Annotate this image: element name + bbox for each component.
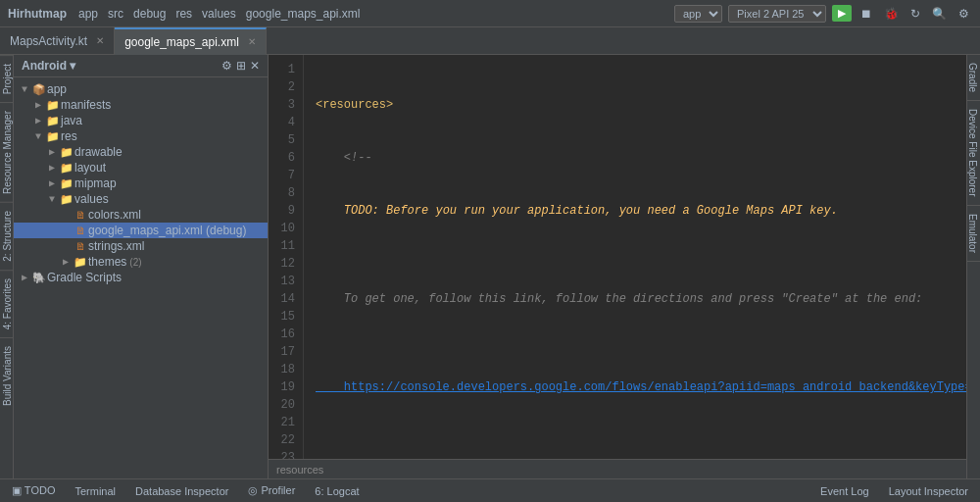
tree-arrow-values: ▼ [45,194,59,205]
folder-icon-values: 📁 [59,193,74,206]
tab-google-maps-api-close[interactable]: ✕ [248,36,256,47]
panel-tab-build-variants[interactable]: Build Variants [0,337,13,414]
menu-debug[interactable]: debug [133,7,166,21]
tree-label-strings-xml: strings.xml [88,239,144,253]
tree-label-values: values [74,192,109,206]
tree-item-manifests[interactable]: ▶ 📁 manifests [14,97,268,113]
tree-label-layout: layout [74,161,106,175]
line-num-21: 21 [276,414,295,431]
tree-item-google-maps-api-xml[interactable]: 🗎 google_maps_api.xml (debug) [14,223,268,238]
tree-item-strings-xml[interactable]: 🗎 strings.xml [14,238,268,254]
tree-arrow-themes: ▶ [59,256,73,268]
panel-tab-structure[interactable]: 2: Structure [0,202,13,270]
debug-button[interactable]: 🐞 [881,5,902,23]
panel-tab-emulator[interactable]: Emulator [967,206,980,262]
sidebar-header: Android ▾ ⚙ ⊞ ✕ [14,55,268,77]
tree-item-mipmap[interactable]: ▶ 📁 mipmap [14,176,268,191]
line-num-18: 18 [276,361,295,378]
panel-tab-gradle[interactable]: Gradle [967,55,980,101]
bottom-tab-todo[interactable]: ▣ TODO [8,484,59,497]
line-num-9: 9 [276,202,295,220]
folder-icon-layout: 📁 [59,162,74,175]
tree-item-java[interactable]: ▶ 📁 java [14,113,268,128]
bottom-tab-layout-inspector[interactable]: Layout Inspector [885,485,972,497]
bottom-tab-profiler[interactable]: ◎ Profiler [244,484,299,497]
right-panel-tabs: Gradle Device File Explorer Emulator [966,55,980,478]
run-config-selector[interactable]: Pixel 2 API 25 [728,5,826,23]
top-menus: app src debug res values google_maps_api… [78,7,361,21]
line-num-1: 1 [276,61,295,78]
sidebar-expand-btn[interactable]: ⊞ [236,59,246,73]
tree-item-colors-xml[interactable]: 🗎 colors.xml [14,207,268,223]
sidebar-title: Android ▾ [22,59,75,73]
line-num-4: 4 [276,114,295,131]
code-line-2: <!-- [316,149,966,167]
line-num-20: 20 [276,396,295,414]
xml-icon-colors: 🗎 [73,209,88,222]
code-line-5: To get one, follow this link, follow the… [316,290,966,308]
run-button[interactable]: ▶ [832,5,852,22]
folder-icon-res: 📁 [45,130,61,143]
tree-item-layout[interactable]: ▶ 📁 layout [14,160,268,176]
code-area[interactable]: <resources> <!-- TODO: Before you run yo… [304,55,966,459]
bottom-tab-terminal[interactable]: Terminal [71,485,120,497]
folder-icon-themes: 📁 [73,256,88,269]
editor-content[interactable]: 1 2 3 4 5 6 7 8 9 10 11 12 13 14 15 16 1… [269,55,966,459]
line-num-15: 15 [276,308,295,326]
settings-button[interactable]: ⚙ [956,5,972,23]
line-num-16: 16 [276,326,295,343]
tree-item-themes[interactable]: ▶ 📁 themes (2) [14,254,268,270]
menu-app[interactable]: app [78,7,98,21]
tab-maps-activity-label: MapsActivity.kt [10,34,87,48]
line-num-7: 7 [276,167,295,184]
tree-label-themes: themes [88,255,126,269]
line-num-13: 13 [276,273,295,290]
left-panel-tabs: Project Resource Manager 2: Structure 4:… [0,55,14,478]
folder-icon-java: 📁 [45,115,61,127]
panel-tab-resource-manager[interactable]: Resource Manager [0,102,13,202]
stop-button[interactable]: ⏹ [858,5,875,23]
tree-arrow-java: ▶ [31,115,45,126]
tree-item-values[interactable]: ▼ 📁 values [14,191,268,207]
line-num-14: 14 [276,290,295,308]
panel-tab-device-file-explorer[interactable]: Device File Explorer [967,101,980,205]
tree-label-java: java [61,114,82,127]
bottom-tab-event-log[interactable]: Event Log [816,485,873,497]
line-num-17: 17 [276,343,295,361]
sidebar-close-btn[interactable]: ✕ [250,59,260,73]
tree-item-gradle-scripts[interactable]: ▶ 🐘 Gradle Scripts [14,270,268,285]
tab-maps-activity[interactable]: MapsActivity.kt ✕ [0,27,115,55]
menu-filename[interactable]: google_maps_api.xml [246,7,361,21]
tab-maps-activity-close[interactable]: ✕ [96,35,104,46]
line-num-10: 10 [276,220,295,237]
sidebar-settings-btn[interactable]: ⚙ [221,59,232,73]
tree-item-drawable[interactable]: ▶ 📁 drawable [14,144,268,160]
menu-values[interactable]: values [202,7,236,21]
menu-src[interactable]: src [108,7,123,21]
tree-item-res[interactable]: ▼ 📁 res [14,128,268,144]
bottom-tab-logcat[interactable]: 6: Logcat [311,485,363,497]
tab-google-maps-api-label: google_maps_api.xml [124,35,239,49]
line-numbers: 1 2 3 4 5 6 7 8 9 10 11 12 13 14 15 16 1… [269,55,304,459]
line-num-11: 11 [276,237,295,255]
tree-arrow-app: ▼ [18,84,31,95]
folder-icon-drawable: 📁 [59,146,74,159]
app-title: Hirhutmap [8,7,67,21]
sync-button[interactable]: ↻ [907,5,923,23]
tree-arrow-drawable: ▶ [45,146,59,158]
line-num-12: 12 [276,255,295,273]
tree-item-app[interactable]: ▼ 📦 app [14,81,268,97]
menu-res[interactable]: res [175,7,192,21]
project-sidebar: Android ▾ ⚙ ⊞ ✕ ▼ 📦 app ▶ 📁 manifests [14,55,269,478]
panel-tab-favorites[interactable]: 4: Favorites [0,270,13,337]
line-num-22: 22 [276,431,295,449]
editor-footer: resources [269,459,966,478]
code-line-3: TODO: Before you run your application, y… [316,202,966,220]
tab-google-maps-api[interactable]: google_maps_api.xml ✕ [115,27,267,55]
bottom-tab-database-inspector[interactable]: Database Inspector [131,485,232,497]
panel-tab-project[interactable]: Project [0,55,13,102]
editor-panel: 1 2 3 4 5 6 7 8 9 10 11 12 13 14 15 16 1… [269,55,966,478]
tree-label-colors-xml: colors.xml [88,208,141,222]
device-selector[interactable]: app [674,5,722,23]
search-button[interactable]: 🔍 [929,5,950,23]
